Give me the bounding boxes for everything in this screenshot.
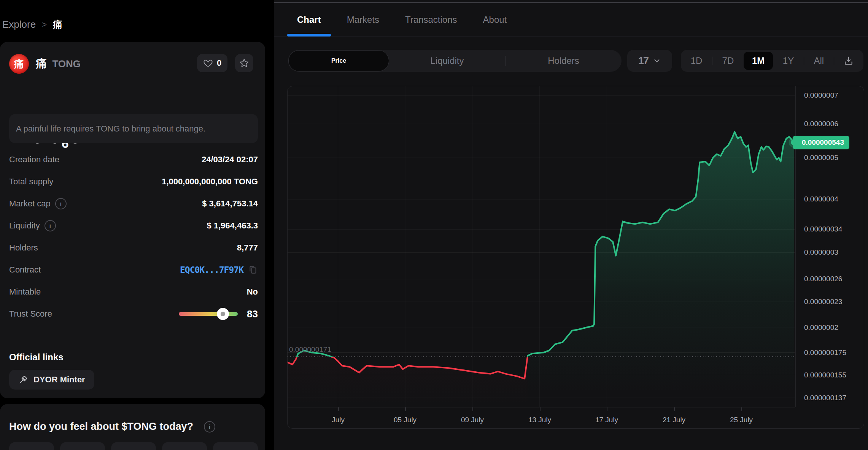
- hammer-icon: [18, 375, 28, 385]
- range-1d[interactable]: 1D: [688, 55, 705, 66]
- x-axis-label: 25 July: [730, 416, 753, 424]
- y-axis-label: 0.0000002: [804, 323, 838, 332]
- x-axis-tick: [540, 407, 541, 411]
- stat-label: Contract: [9, 265, 41, 275]
- chart-plot-area[interactable]: 0.000000171: [288, 86, 795, 407]
- series-tab-liquidity[interactable]: Liquidity: [389, 55, 505, 66]
- tab-markets[interactable]: Markets: [347, 3, 379, 36]
- stat-value: 1,000,000,000,000 TONG: [162, 177, 258, 187]
- chart-x-axis[interactable]: July05 July09 July13 July17 July21 July2…: [288, 407, 795, 429]
- main-panel: Chart Markets Transactions About Price L…: [274, 0, 868, 450]
- series-toggle: Price Liquidity Holders: [288, 50, 622, 72]
- stat-label: Creation date: [9, 155, 59, 165]
- token-avatar: 痛: [9, 54, 29, 74]
- contract-address-link[interactable]: EQC0K...7F97K: [180, 265, 243, 275]
- stat-label: Holders: [9, 243, 38, 253]
- baseline-price-label: 0.000000171: [289, 345, 331, 354]
- chart-controls: Price Liquidity Holders 17 1D 7D 1M 1Y A…: [274, 50, 868, 72]
- series-tab-price[interactable]: Price: [288, 50, 389, 71]
- official-links-title: Official links: [9, 352, 64, 363]
- price-chart[interactable]: 0.000000171 0.00000070.00000060.00000050…: [287, 86, 864, 429]
- download-chart-button[interactable]: [841, 56, 856, 66]
- stat-label: Total supply: [9, 177, 53, 187]
- tab-chart[interactable]: Chart: [297, 3, 321, 36]
- stat-row-holders: Holders 8,777: [9, 237, 258, 259]
- favorite-button[interactable]: [235, 54, 253, 72]
- token-ticker: TONG: [52, 58, 81, 70]
- dyor-minter-link[interactable]: DYOR Minter: [9, 370, 94, 390]
- breadcrumb-explore[interactable]: Explore: [2, 19, 36, 30]
- trust-score-knob[interactable]: [217, 308, 229, 320]
- stat-value: $ 3,614,753.14: [202, 199, 258, 209]
- stat-value: $ 1,964,463.3: [207, 221, 258, 231]
- y-axis-label: 0.0000007: [804, 91, 838, 100]
- breadcrumb-chevron-icon: >: [42, 20, 47, 30]
- sentiment-options: [9, 442, 258, 450]
- link-label: DYOR Minter: [33, 375, 85, 385]
- price-line-chart[interactable]: [288, 86, 795, 407]
- range-1y[interactable]: 1Y: [781, 55, 796, 66]
- tradingview-dropdown[interactable]: 17: [627, 50, 672, 72]
- y-axis-label: 0.000000137: [804, 394, 846, 402]
- y-axis-label: 0.00000034: [804, 225, 842, 233]
- info-icon[interactable]: i: [55, 198, 67, 209]
- tabs-divider: [274, 36, 868, 37]
- like-button[interactable]: 0: [197, 54, 227, 72]
- breadcrumb-token: 痛: [53, 18, 62, 31]
- chart-y-axis[interactable]: 0.00000070.00000060.00000050.00000040.00…: [795, 86, 864, 407]
- stat-value: 8,777: [237, 243, 258, 253]
- range-7d[interactable]: 7D: [720, 55, 736, 66]
- current-price-badge: 0.000000543: [793, 136, 849, 149]
- trust-score-value: 83: [247, 308, 258, 320]
- sentiment-option-button[interactable]: [9, 442, 54, 450]
- y-axis-label: 0.0000003: [804, 248, 838, 257]
- sentiment-card: How do you feel about $TONG today? i: [0, 404, 265, 450]
- x-axis-tick: [674, 407, 675, 411]
- trust-score-slider: [179, 312, 238, 316]
- tradingview-icon: 17: [638, 55, 648, 67]
- info-icon[interactable]: i: [204, 421, 215, 433]
- sentiment-question: How do you feel about $TONG today? i: [9, 421, 215, 433]
- x-axis-label: 13 July: [528, 416, 551, 424]
- info-icon[interactable]: i: [45, 220, 56, 231]
- stat-label: Liquidity: [9, 221, 40, 231]
- series-tab-holders[interactable]: Holders: [506, 55, 622, 66]
- page: { "breadcrumb": {"root": "Explore", "sep…: [0, 0, 868, 450]
- x-axis-label: 21 July: [663, 416, 685, 424]
- x-axis-label: 05 July: [394, 416, 417, 424]
- x-axis-tick: [607, 407, 607, 411]
- stat-row-market-cap: Market capi $ 3,614,753.14: [9, 193, 258, 215]
- sentiment-option-button[interactable]: [111, 442, 156, 450]
- stat-value: No: [247, 287, 258, 297]
- y-axis-label: 0.00000023: [804, 298, 842, 306]
- x-axis-tick: [741, 407, 742, 411]
- sentiment-option-button[interactable]: [60, 442, 105, 450]
- main-tabs: Chart Markets Transactions About: [297, 3, 507, 36]
- tab-transactions[interactable]: Transactions: [405, 3, 457, 36]
- token-name: 痛: [36, 57, 47, 70]
- sentiment-option-button[interactable]: [213, 442, 258, 450]
- stat-row-mintable: Mintable No: [9, 281, 258, 303]
- x-axis-tick: [472, 407, 473, 411]
- stat-label: Market cap: [9, 199, 51, 209]
- copy-icon[interactable]: [248, 265, 258, 275]
- stat-label: Trust Score: [9, 309, 52, 319]
- token-stats: Creation date 24/03/24 02:07 Total suppl…: [9, 149, 258, 325]
- breadcrumb: Explore > 痛: [2, 18, 62, 31]
- divider: [834, 57, 834, 65]
- token-header: 痛 痛 TONG: [9, 54, 81, 74]
- stat-row-trust-score: Trust Score 83: [9, 303, 258, 325]
- stat-label: Mintable: [9, 287, 41, 297]
- range-all[interactable]: All: [811, 55, 826, 66]
- chevron-down-icon: [653, 57, 661, 65]
- x-axis-tick: [405, 407, 406, 411]
- stat-row-liquidity: Liquidityi $ 1,964,463.3: [9, 215, 258, 237]
- token-info-card: 痛 痛 TONG 0 0.06542 ↑7.52% i: [0, 42, 265, 398]
- y-axis-label: 0.0000005: [804, 154, 838, 162]
- stat-row-total-supply: Total supply 1,000,000,000,000 TONG: [9, 171, 258, 193]
- stat-value: 24/03/24 02:07: [202, 155, 258, 165]
- tab-about[interactable]: About: [483, 3, 507, 36]
- range-1m[interactable]: 1M: [744, 52, 773, 70]
- stat-row-contract: Contract EQC0K...7F97K: [9, 259, 258, 281]
- sentiment-option-button[interactable]: [162, 442, 207, 450]
